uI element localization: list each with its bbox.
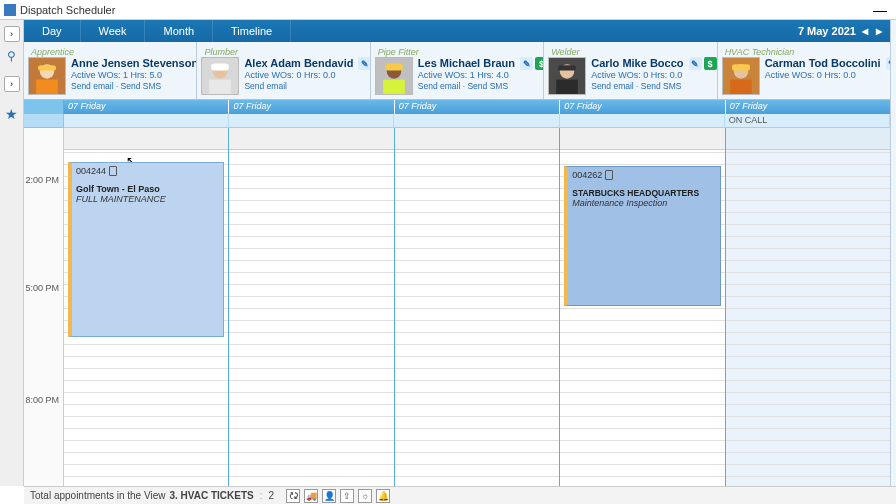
view-toolbar: Day Week Month Timeline 7 May 2021 ◀ ▶ bbox=[24, 20, 890, 42]
day-header: 07 Friday bbox=[229, 100, 394, 114]
role-label: Plumber bbox=[204, 47, 238, 57]
rate-icon[interactable]: $ bbox=[535, 57, 544, 70]
status-truck-icon[interactable]: 🚚 bbox=[304, 489, 318, 503]
oncall-cell[interactable] bbox=[560, 114, 725, 128]
note-icon[interactable]: ✎ bbox=[520, 57, 533, 70]
avatar bbox=[722, 57, 760, 95]
note-icon[interactable]: ✎ bbox=[689, 57, 702, 70]
role-label: HVAC Technician bbox=[725, 47, 795, 57]
status-refresh-icon[interactable]: 🗘 bbox=[286, 489, 300, 503]
technician-header-row: Apprentice Anne Jensen Stevenson Active … bbox=[24, 42, 890, 100]
avatar bbox=[548, 57, 586, 95]
schedule-column[interactable]: 004262 STARBUCKS HEADQUARTERS Maintenanc… bbox=[560, 128, 725, 486]
avatar bbox=[201, 57, 239, 95]
appointment-location: Golf Town - El Paso bbox=[76, 184, 219, 194]
appointment-number: 004262 bbox=[572, 170, 602, 180]
tech-stats: Active WOs: 0 Hrs: 0.0 bbox=[591, 70, 683, 80]
tech-stats: Active WOs: 1 Hrs: 4.0 bbox=[418, 70, 515, 80]
day-header: 07 Friday bbox=[560, 100, 725, 114]
time-label: 5:00 PM bbox=[25, 283, 59, 293]
phone-icon bbox=[109, 166, 117, 176]
svg-rect-7 bbox=[211, 63, 229, 70]
appointment-desc: FULL MAINTENANCE bbox=[76, 194, 219, 204]
phone-icon bbox=[605, 170, 613, 180]
day-header-row: 07 Friday 07 Friday 07 Friday 07 Friday … bbox=[24, 100, 890, 114]
oncall-cell[interactable] bbox=[229, 114, 394, 128]
tech-stats: Active WOs: 0 Hrs: 0.0 bbox=[765, 70, 881, 80]
role-label: Welder bbox=[551, 47, 579, 57]
technician-card[interactable]: Plumber Alex Adam Bendavid Active WOs: 0… bbox=[197, 42, 370, 99]
svg-rect-11 bbox=[385, 63, 403, 70]
role-label: Apprentice bbox=[31, 47, 74, 57]
schedule-column[interactable] bbox=[229, 128, 394, 486]
day-header: 07 Friday bbox=[395, 100, 560, 114]
svg-rect-15 bbox=[558, 65, 576, 70]
technician-card[interactable]: Apprentice Anne Jensen Stevenson Active … bbox=[24, 42, 197, 99]
note-icon[interactable]: ✎ bbox=[358, 57, 370, 70]
schedule-column[interactable] bbox=[726, 128, 890, 486]
oncall-cell[interactable] bbox=[394, 114, 559, 128]
technician-card[interactable]: Welder Carlo Mike Bocco Active WOs: 0 Hr… bbox=[544, 42, 717, 99]
toolbar-date: 7 May 2021 bbox=[798, 25, 856, 37]
window-title: Dispatch Scheduler bbox=[20, 4, 115, 16]
avatar bbox=[375, 57, 413, 95]
schedule-grid: 2:00 PM 5:00 PM 8:00 PM ↖ 004244 Golf To… bbox=[24, 128, 890, 486]
svg-rect-2 bbox=[36, 80, 58, 94]
status-export-icon[interactable]: ⇪ bbox=[340, 489, 354, 503]
rate-icon[interactable]: $ bbox=[704, 57, 717, 70]
status-section: 3. HVAC TICKETS bbox=[169, 490, 253, 501]
svg-rect-19 bbox=[732, 64, 750, 70]
left-rail: › ⚲ › ★ bbox=[0, 20, 24, 486]
appointment-location: STARBUCKS HEADQUARTERS bbox=[572, 188, 715, 198]
right-rail bbox=[890, 20, 896, 486]
tech-name: Carlo Mike Bocco bbox=[591, 57, 683, 69]
title-bar: Dispatch Scheduler — bbox=[0, 0, 896, 20]
favorites-icon[interactable]: ★ bbox=[4, 106, 20, 122]
appointment-block[interactable]: 004244 Golf Town - El Paso FULL MAINTENA… bbox=[68, 162, 224, 337]
date-prev-button[interactable]: ◀ bbox=[860, 27, 870, 36]
technician-card[interactable]: Pipe Fitter Les Michael Braun Active WOs… bbox=[371, 42, 544, 99]
oncall-cell[interactable] bbox=[64, 114, 229, 128]
appointment-number: 004244 bbox=[76, 166, 106, 176]
tech-stats: Active WOs: 0 Hrs: 0.0 bbox=[244, 70, 353, 80]
view-day-button[interactable]: Day bbox=[24, 20, 81, 42]
schedule-column[interactable] bbox=[395, 128, 560, 486]
appointment-block[interactable]: 004262 STARBUCKS HEADQUARTERS Maintenanc… bbox=[564, 166, 720, 306]
svg-rect-3 bbox=[38, 65, 56, 70]
day-header: 07 Friday bbox=[64, 100, 229, 114]
appointment-desc: Maintenance Inspection bbox=[572, 198, 715, 208]
status-count: 2 bbox=[269, 490, 275, 501]
tech-name: Alex Adam Bendavid bbox=[244, 57, 353, 69]
tech-actions[interactable]: Send email bbox=[244, 81, 353, 91]
role-label: Pipe Fitter bbox=[378, 47, 419, 57]
status-bell-icon[interactable]: 🔔 bbox=[376, 489, 390, 503]
status-label: Total appointments in the View bbox=[30, 490, 165, 501]
tech-name: Les Michael Braun bbox=[418, 57, 515, 69]
rail-expand-top[interactable]: › bbox=[4, 26, 20, 42]
view-week-button[interactable]: Week bbox=[81, 20, 146, 42]
tech-actions[interactable]: Send email · Send SMS bbox=[71, 81, 192, 91]
svg-rect-6 bbox=[210, 80, 232, 94]
tech-actions[interactable]: Send email · Send SMS bbox=[591, 81, 683, 91]
rail-expand-mid[interactable]: › bbox=[4, 76, 20, 92]
avatar bbox=[28, 57, 66, 95]
time-gutter: 2:00 PM 5:00 PM 8:00 PM bbox=[24, 128, 64, 486]
date-next-button[interactable]: ▶ bbox=[874, 27, 884, 36]
time-label: 2:00 PM bbox=[25, 175, 59, 185]
status-user-icon[interactable]: 👤 bbox=[322, 489, 336, 503]
status-settings-icon[interactable]: ☼ bbox=[358, 489, 372, 503]
schedule-column[interactable]: ↖ 004244 Golf Town - El Paso FULL MAINTE… bbox=[64, 128, 229, 486]
rail-pin-icon[interactable]: ⚲ bbox=[4, 48, 20, 64]
oncall-cell[interactable]: ON CALL bbox=[725, 114, 890, 128]
view-month-button[interactable]: Month bbox=[145, 20, 213, 42]
view-timeline-button[interactable]: Timeline bbox=[213, 20, 291, 42]
technician-card[interactable]: HVAC Technician Carman Tod Boccolini Act… bbox=[718, 42, 890, 99]
svg-rect-18 bbox=[730, 80, 752, 94]
oncall-row: ON CALL bbox=[24, 114, 890, 128]
tech-name: Carman Tod Boccolini bbox=[765, 57, 881, 69]
svg-rect-10 bbox=[383, 80, 405, 94]
minimize-button[interactable]: — bbox=[868, 3, 892, 17]
day-header: 07 Friday bbox=[726, 100, 890, 114]
app-icon bbox=[4, 4, 16, 16]
tech-actions[interactable]: Send email · Send SMS bbox=[418, 81, 515, 91]
